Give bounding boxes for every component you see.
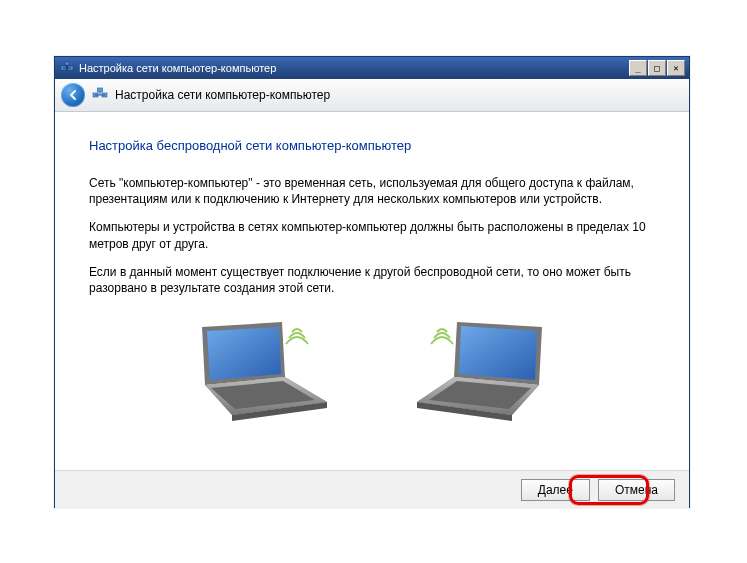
svg-rect-2 xyxy=(65,62,69,65)
paragraph-3: Если в данный момент существует подключе… xyxy=(89,264,649,296)
maximize-button[interactable]: □ xyxy=(648,60,666,76)
page-title: Настройка сети компьютер-компьютер xyxy=(115,88,330,102)
cancel-button[interactable]: Отмена xyxy=(598,479,675,501)
wizard-footer: Далее Отмена xyxy=(55,470,689,508)
minimize-button[interactable]: _ xyxy=(629,60,647,76)
wizard-window: Настройка сети компьютер-компьютер _ □ ✕… xyxy=(54,56,690,508)
illustration xyxy=(89,314,655,427)
paragraph-1: Сеть "компьютер-компьютер" - это временн… xyxy=(89,175,649,207)
wizard-header: Настройка сети компьютер-компьютер xyxy=(55,79,689,112)
laptop-left-icon xyxy=(177,314,337,427)
content-heading: Настройка беспроводной сети компьютер-ко… xyxy=(89,138,655,153)
window-controls: _ □ ✕ xyxy=(628,60,685,76)
app-icon xyxy=(59,60,75,76)
back-button[interactable] xyxy=(61,83,85,107)
paragraph-2: Компьютеры и устройства в сетях компьюте… xyxy=(89,219,649,251)
window-title: Настройка сети компьютер-компьютер xyxy=(79,62,628,74)
laptop-right-icon xyxy=(407,314,567,427)
network-icon xyxy=(91,86,109,104)
svg-rect-7 xyxy=(98,88,103,92)
wizard-content: Настройка беспроводной сети компьютер-ко… xyxy=(55,112,689,470)
close-button[interactable]: ✕ xyxy=(667,60,685,76)
titlebar: Настройка сети компьютер-компьютер _ □ ✕ xyxy=(55,57,689,79)
next-button[interactable]: Далее xyxy=(521,479,590,501)
